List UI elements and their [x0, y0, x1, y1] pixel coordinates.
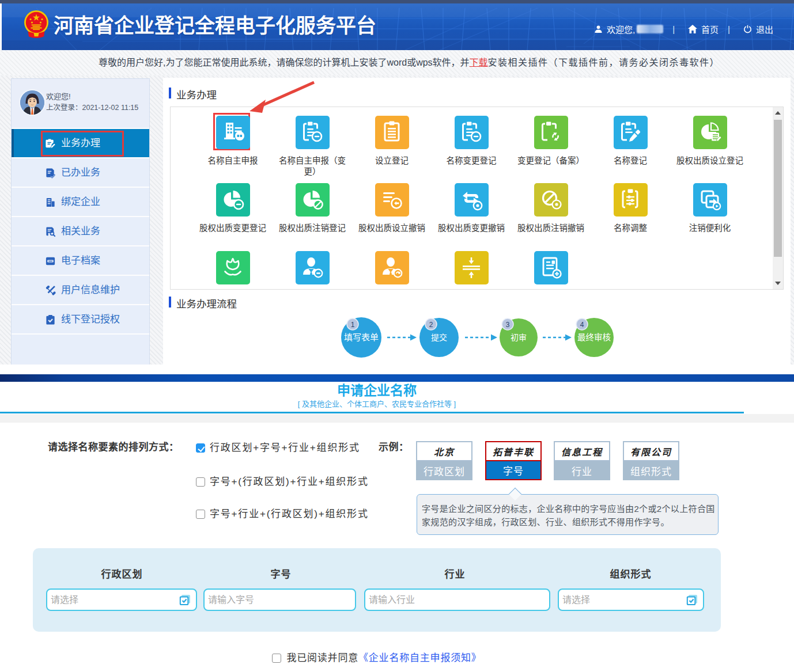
svg-text:1: 1: [351, 321, 355, 329]
svg-text:4: 4: [580, 321, 584, 329]
svg-text:3: 3: [506, 321, 510, 329]
svg-text:提交: 提交: [431, 333, 447, 342]
svg-text:2: 2: [429, 321, 433, 329]
svg-text:填写表单: 填写表单: [344, 332, 379, 342]
svg-text:初审: 初审: [511, 333, 527, 342]
svg-text:最终审核: 最终审核: [577, 333, 611, 342]
